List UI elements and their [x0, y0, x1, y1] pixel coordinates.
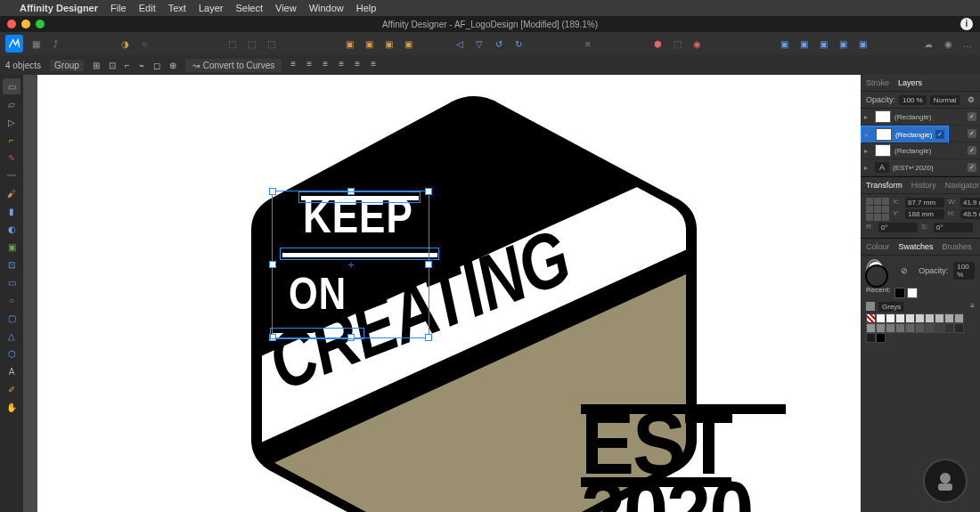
visibility-checkbox[interactable]: ✓ — [968, 146, 976, 155]
snap-toggle-icon[interactable]: ⬢ — [650, 37, 665, 51]
rotate-cw-icon[interactable]: ↻ — [511, 37, 526, 51]
pen-tool-icon[interactable]: ✎ — [3, 150, 20, 166]
transform-origin-icon[interactable]: ⊕ — [169, 61, 176, 70]
recent-swatches[interactable] — [894, 288, 918, 298]
color-picker-tool-icon[interactable]: ✐ — [3, 381, 20, 397]
lock-toggle-icon[interactable]: ⬚ — [670, 37, 684, 51]
select-sub-icon[interactable]: ⬚ — [264, 37, 278, 51]
fill-stroke-selector[interactable] — [866, 259, 883, 282]
swatches-opacity[interactable]: 100 % — [953, 262, 975, 280]
select-icon[interactable]: ⬚ — [225, 37, 239, 51]
none-swatch-icon[interactable]: ⊘ — [901, 266, 908, 275]
layer-item[interactable]: ▸(Rectangle)✓ — [861, 109, 980, 126]
fill-tool-icon[interactable]: ▮ — [3, 203, 20, 219]
transform-r[interactable]: 0° — [878, 223, 918, 232]
align-toggle-icon[interactable]: ≡ — [581, 37, 595, 51]
align-right-icon[interactable]: ≡ — [323, 59, 335, 71]
account-icon[interactable]: ◉ — [941, 37, 955, 51]
persona-pixel-icon[interactable]: ▦ — [29, 37, 43, 51]
subtract-op-icon[interactable]: ▣ — [796, 37, 811, 51]
order-forward-icon[interactable]: ▣ — [381, 37, 396, 51]
artboard[interactable]: KEEP ON CREATING EST 2020 ＋ — [37, 75, 861, 512]
tab-layers[interactable]: Layers — [898, 78, 922, 87]
shape-rect-tool-icon[interactable]: ▭ — [3, 274, 20, 290]
transform-s[interactable]: 0° — [934, 223, 973, 232]
menu-select[interactable]: Select — [235, 3, 263, 13]
more-icon[interactable]: … — [960, 37, 975, 51]
visibility-checkbox[interactable]: ✓ — [968, 112, 976, 121]
shape-hex-tool-icon[interactable]: ⬡ — [3, 345, 20, 362]
convert-to-curves-button[interactable]: ↝Convert to Curves — [185, 59, 282, 72]
align-center-icon[interactable]: ≡ — [306, 59, 319, 71]
rotate-ccw-icon[interactable]: ↺ — [492, 37, 506, 51]
tab-transform[interactable]: Transform — [866, 181, 902, 190]
enable-transform-icon[interactable]: ◻ — [153, 61, 160, 70]
tab-history[interactable]: History — [911, 181, 936, 190]
menu-layer[interactable]: Layer — [199, 3, 224, 13]
move-tool-icon[interactable]: ▭ — [3, 78, 20, 94]
flip-vertical-icon[interactable]: ▽ — [472, 37, 486, 51]
corner-tool-icon[interactable]: ⌐ — [3, 132, 20, 148]
curve-widget-icon[interactable]: ⌁ — [139, 61, 144, 70]
revert-defaults-icon[interactable]: ○ — [137, 37, 151, 51]
layer-opacity-value[interactable]: 100 % — [899, 95, 927, 105]
place-image-tool-icon[interactable]: ▣ — [3, 239, 20, 255]
transform-y[interactable]: 188 mm — [905, 209, 944, 219]
divide-op-icon[interactable]: ▣ — [836, 37, 850, 51]
combine-op-icon[interactable]: ▣ — [855, 37, 870, 51]
layer-options-icon[interactable]: ⚙ — [968, 95, 975, 104]
anchor-widget-icon[interactable]: ⊞ — [93, 61, 100, 70]
tab-brushes[interactable]: Brushes — [943, 242, 972, 251]
flip-horizontal-icon[interactable]: ◁ — [453, 37, 467, 51]
align-widget-icon[interactable]: ⊡ — [109, 61, 116, 70]
info-button[interactable]: i — [960, 18, 973, 30]
selection-type[interactable]: Group — [50, 60, 84, 71]
visibility-checkbox[interactable]: ✓ — [968, 129, 976, 138]
menu-edit[interactable]: Edit — [139, 3, 156, 13]
transform-h[interactable]: 48.5 mm — [960, 209, 980, 219]
anchor-widget[interactable] — [866, 198, 889, 221]
corner-widget-icon[interactable]: ⌐ — [125, 61, 130, 70]
layer-item[interactable]: ▸A(EST↵2020)✓ — [861, 159, 980, 176]
tab-swatches[interactable]: Swatches — [899, 242, 934, 251]
palette-select[interactable]: Greys — [878, 302, 904, 312]
layer-item[interactable]: ▸(Rectangle)✓ — [861, 142, 980, 159]
window-controls[interactable] — [7, 20, 45, 28]
shape-triangle-tool-icon[interactable]: △ — [3, 328, 20, 344]
snap-options-icon[interactable]: ◉ — [690, 37, 704, 51]
rule-mid[interactable] — [282, 253, 437, 257]
layer-item[interactable]: ▸(Rectangle)✓ — [861, 126, 980, 142]
node-tool-icon[interactable]: ▷ — [3, 114, 20, 130]
menu-help[interactable]: Help — [356, 3, 377, 13]
crop-tool-icon[interactable]: ⊡ — [3, 256, 20, 272]
tab-stroke[interactable]: Stroke — [866, 78, 889, 87]
artistic-text-tool-icon[interactable]: A — [3, 363, 20, 379]
shape-ellipse-tool-icon[interactable]: ○ — [3, 292, 20, 308]
align-bottom-icon[interactable]: ≡ — [371, 59, 383, 71]
pencil-tool-icon[interactable]: 〰 — [3, 167, 20, 183]
view-tool-icon[interactable]: ✋ — [3, 399, 20, 415]
align-middle-icon[interactable]: ≡ — [355, 59, 367, 71]
persona-export-icon[interactable]: ⤴ — [48, 37, 62, 51]
align-top-icon[interactable]: ≡ — [339, 59, 351, 71]
menu-text[interactable]: Text — [168, 3, 186, 13]
align-left-icon[interactable]: ≡ — [290, 59, 303, 71]
app-logo-icon[interactable] — [5, 35, 23, 53]
synchronize-defaults-icon[interactable]: ◑ — [118, 37, 132, 51]
order-back-icon[interactable]: ▣ — [342, 37, 356, 51]
tab-colour[interactable]: Colour — [866, 242, 890, 251]
brush-tool-icon[interactable]: 🖌 — [3, 185, 20, 201]
close-window-button[interactable] — [7, 20, 16, 28]
text-keep[interactable]: KEEP — [303, 190, 413, 243]
transform-x[interactable]: 87.7 mm — [905, 198, 944, 207]
canvas[interactable]: KEEP ON CREATING EST 2020 ＋ — [23, 75, 861, 512]
app-menu[interactable]: Affinity Designer — [20, 3, 98, 13]
text-year[interactable]: 2020 — [581, 481, 861, 512]
order-front-icon[interactable]: ▣ — [401, 37, 415, 51]
layers-list[interactable]: ▸(Rectangle)✓ ▸(Rectangle)✓ ▸(Rectangle)… — [861, 109, 980, 176]
add-op-icon[interactable]: ▣ — [777, 37, 791, 51]
order-backward-icon[interactable]: ▣ — [362, 37, 376, 51]
select-add-icon[interactable]: ⬚ — [244, 37, 258, 51]
intersect-op-icon[interactable]: ▣ — [816, 37, 830, 51]
transform-w[interactable]: 41.9 mm — [960, 198, 980, 207]
